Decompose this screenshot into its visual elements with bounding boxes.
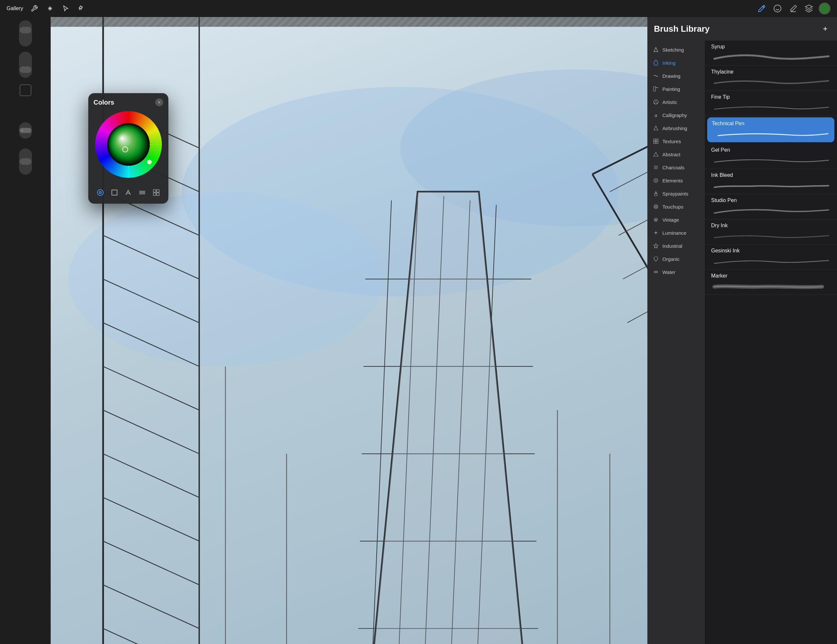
color-harmony-button[interactable] <box>122 187 134 198</box>
wrench-icon[interactable] <box>30 4 39 13</box>
color-panel-tools <box>94 184 163 198</box>
canvas-stripe-header <box>51 17 419 27</box>
left-sidebar <box>0 17 51 322</box>
color-disc-button[interactable] <box>95 187 106 198</box>
colors-panel: Colors × <box>88 93 168 204</box>
gallery-button[interactable]: Gallery <box>7 6 23 11</box>
sidebar-small-slider[interactable] <box>19 122 32 139</box>
svg-rect-88 <box>157 190 159 192</box>
sidebar-modifier-box[interactable] <box>20 84 31 96</box>
wand-icon[interactable] <box>46 4 54 13</box>
svg-rect-82 <box>112 190 117 195</box>
color-palette-button[interactable] <box>150 187 162 198</box>
top-bar: Gallery <box>0 0 419 17</box>
transform-icon[interactable] <box>77 4 86 13</box>
color-wheel-container[interactable] <box>94 110 163 179</box>
opacity-slider[interactable] <box>19 20 32 46</box>
svg-rect-89 <box>153 193 156 195</box>
selection-icon[interactable] <box>61 4 70 13</box>
colors-panel-header: Colors × <box>94 98 163 106</box>
top-bar-left: Gallery <box>7 4 86 13</box>
color-gradient-button[interactable] <box>136 187 148 198</box>
svg-point-81 <box>99 192 101 193</box>
color-wheel-canvas[interactable] <box>94 110 163 179</box>
colors-close-button[interactable]: × <box>155 98 163 106</box>
flow-slider[interactable] <box>19 148 32 175</box>
svg-rect-87 <box>153 190 156 192</box>
size-slider[interactable] <box>19 52 32 78</box>
sidebar-dots <box>21 130 23 131</box>
colors-panel-title: Colors <box>94 99 114 106</box>
svg-point-80 <box>97 190 103 195</box>
svg-rect-90 <box>157 193 159 195</box>
color-square-button[interactable] <box>108 187 120 198</box>
